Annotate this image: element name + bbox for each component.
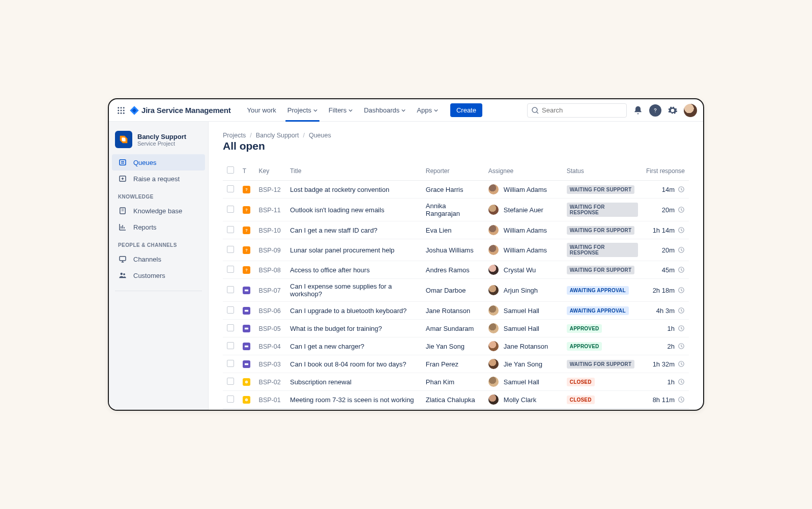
issue-title[interactable]: Subscription renewal <box>290 378 352 386</box>
status-badge[interactable]: APPROVED <box>567 324 602 333</box>
issue-title[interactable]: What is the budget for training? <box>290 325 382 332</box>
clock-icon <box>678 287 685 294</box>
select-all-checkbox[interactable] <box>227 166 234 174</box>
svg-point-5 <box>123 109 125 111</box>
nav-projects[interactable]: Projects <box>282 99 323 121</box>
nav-apps[interactable]: Apps <box>412 99 443 121</box>
help-icon[interactable] <box>649 104 661 117</box>
issue-key[interactable]: BSP-05 <box>259 325 281 332</box>
table-row[interactable]: BSP-02 Subscription renewal Phan Kim Sam… <box>223 373 689 391</box>
sidebar-item-customers[interactable]: Customers <box>112 267 205 284</box>
issue-title[interactable]: Access to office after hours <box>290 266 370 274</box>
issue-title[interactable]: Lunar solar panel procurement help <box>290 246 394 254</box>
issue-title[interactable]: Can I expense some supplies for a worksh… <box>290 282 392 298</box>
svg-point-38 <box>246 381 246 382</box>
sidebar-item-reports[interactable]: Reports <box>112 219 205 235</box>
issue-key[interactable]: BSP-08 <box>259 267 281 274</box>
row-checkbox[interactable] <box>227 395 234 403</box>
row-checkbox[interactable] <box>227 342 234 349</box>
issue-title[interactable]: Outlook isn't loading new emails <box>290 206 384 214</box>
reporter-name: Joshua Williams <box>426 246 474 254</box>
table-row[interactable]: BSP-01 Meeting room 7-32 is sceen is not… <box>223 391 689 409</box>
issue-key[interactable]: BSP-07 <box>259 287 281 294</box>
table-row[interactable]: ? BSP-11 Outlook isn't loading new email… <box>223 199 689 221</box>
row-checkbox[interactable] <box>227 324 234 331</box>
issue-key[interactable]: BSP-06 <box>259 307 281 315</box>
app-switcher-icon[interactable] <box>115 104 127 117</box>
search-input[interactable] <box>527 103 627 118</box>
status-badge[interactable]: AWAITING APPROVAL <box>567 306 629 315</box>
settings-icon[interactable] <box>665 103 680 118</box>
issue-key[interactable]: BSP-03 <box>259 361 281 368</box>
clock-icon <box>678 246 685 253</box>
status-badge[interactable]: APPROVED <box>567 342 602 351</box>
row-checkbox[interactable] <box>227 266 234 273</box>
notifications-icon[interactable] <box>631 103 645 118</box>
sidebar-item-channels[interactable]: Channels <box>112 251 205 267</box>
table-row[interactable]: BSP-05 What is the budget for training? … <box>223 320 689 337</box>
col-header-type[interactable]: T <box>239 163 255 181</box>
table-row[interactable]: ? BSP-08 Access to office after hours An… <box>223 261 689 279</box>
status-badge[interactable]: WAITING FOR SUPPORT <box>567 266 635 274</box>
table-row[interactable]: BSP-06 Can I upgrade to a bluetooth keyb… <box>223 302 689 320</box>
breadcrumb-queues[interactable]: Queues <box>309 132 331 139</box>
issue-key[interactable]: BSP-11 <box>259 207 281 214</box>
table-row[interactable]: ? BSP-10 Can I get a new staff ID card? … <box>223 221 689 239</box>
create-button[interactable]: Create <box>450 103 482 117</box>
issue-key[interactable]: BSP-01 <box>259 397 281 404</box>
col-header-reporter[interactable]: Reporter <box>422 163 484 181</box>
sidebar-item-knowledge-base[interactable]: Knowledge base <box>112 203 205 219</box>
issue-key[interactable]: BSP-12 <box>259 186 281 193</box>
status-badge[interactable]: CLOSED <box>567 395 595 404</box>
nav-dashboards[interactable]: Dashboards <box>359 99 411 121</box>
status-badge[interactable]: WAITING FOR SUPPORT <box>567 226 635 235</box>
issue-key[interactable]: BSP-04 <box>259 343 281 350</box>
issue-key[interactable]: BSP-09 <box>259 247 281 254</box>
col-header-assignee[interactable]: Assignee <box>484 163 563 181</box>
breadcrumb-projects[interactable]: Projects <box>223 132 246 139</box>
first-response-value: 8h 11m <box>653 396 675 404</box>
row-checkbox[interactable] <box>227 306 234 314</box>
nav-filters[interactable]: Filters <box>324 99 358 121</box>
table-row[interactable]: BSP-03 Can I book out 8-04 room for two … <box>223 355 689 373</box>
status-badge[interactable]: CLOSED <box>567 378 595 386</box>
row-checkbox[interactable] <box>227 206 234 213</box>
status-badge[interactable]: WAITING FOR RESPONSE <box>567 203 638 217</box>
issue-type-icon <box>243 378 250 386</box>
issue-title[interactable]: Can I book out 8-04 room for two days? <box>290 360 406 368</box>
svg-point-37 <box>245 380 248 383</box>
col-header-title[interactable]: Title <box>286 163 422 181</box>
row-checkbox[interactable] <box>227 246 234 253</box>
issue-title[interactable]: Meeting room 7-32 is sceen is not workin… <box>290 396 414 404</box>
table-row[interactable]: BSP-04 Can I get a new charger? Jie Yan … <box>223 337 689 355</box>
table-row[interactable]: ? BSP-12 Lost badge at rocketry conventi… <box>223 181 689 199</box>
product-logo[interactable]: Jira Service Management <box>129 105 231 116</box>
issue-key[interactable]: BSP-10 <box>259 227 281 234</box>
row-checkbox[interactable] <box>227 226 234 233</box>
issue-title[interactable]: Can I upgrade to a bluetooth keyboard? <box>290 307 407 315</box>
col-header-first-response[interactable]: First response <box>642 163 689 181</box>
sidebar-item-raise-request[interactable]: Raise a request <box>112 171 205 187</box>
project-header[interactable]: Bancly Support Service Project <box>112 129 205 154</box>
sidebar-item-queues[interactable]: Queues <box>112 154 205 171</box>
nav-your-work[interactable]: Your work <box>242 99 281 121</box>
issue-title[interactable]: Can I get a new staff ID card? <box>290 227 378 234</box>
issue-title[interactable]: Can I get a new charger? <box>290 343 364 350</box>
table-row[interactable]: BSP-07 Can I expense some supplies for a… <box>223 279 689 302</box>
col-header-status[interactable]: Status <box>563 163 642 181</box>
profile-avatar[interactable] <box>684 104 697 117</box>
row-checkbox[interactable] <box>227 360 234 367</box>
breadcrumb-project[interactable]: Bancly Support <box>256 132 299 139</box>
row-checkbox[interactable] <box>227 378 234 385</box>
issue-title[interactable]: Lost badge at rocketry convention <box>290 186 389 193</box>
col-header-key[interactable]: Key <box>255 163 286 181</box>
row-checkbox[interactable] <box>227 286 234 293</box>
status-badge[interactable]: WAITING FOR SUPPORT <box>567 185 635 194</box>
issue-type-icon: ? <box>243 227 250 234</box>
status-badge[interactable]: WAITING FOR RESPONSE <box>567 243 638 257</box>
issue-key[interactable]: BSP-02 <box>259 379 281 386</box>
status-badge[interactable]: WAITING FOR SUPPORT <box>567 360 635 369</box>
row-checkbox[interactable] <box>227 185 234 192</box>
status-badge[interactable]: AWAITING APPROVAL <box>567 286 629 295</box>
table-row[interactable]: ? BSP-09 Lunar solar panel procurement h… <box>223 239 689 261</box>
